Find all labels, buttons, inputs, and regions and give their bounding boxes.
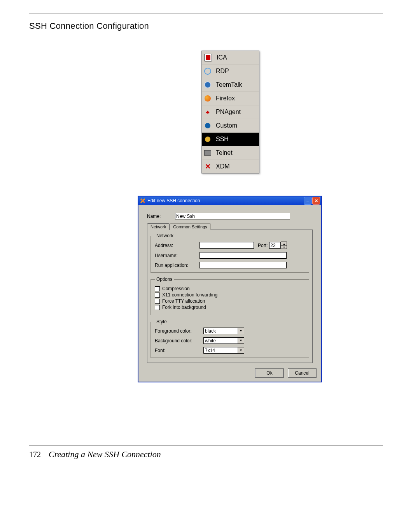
bg-color-select[interactable]: white▼ [203,337,244,344]
section-title: SSH Connection Configuration [29,21,383,31]
font-label: Font: [155,348,203,353]
name-input[interactable] [175,213,290,219]
firefox-icon [204,95,211,102]
username-input[interactable] [200,252,287,259]
titlebar[interactable]: Edit new SSH connection – ✕ [138,196,321,205]
address-input[interactable] [200,242,254,249]
network-group: Network Address: Port: ▲▼ Username: Run … [150,233,309,273]
teemtalk-icon [204,81,211,88]
runapp-input[interactable] [200,262,287,268]
telnet-icon [204,149,211,156]
font-select[interactable]: 7x14▼ [203,347,244,354]
custom-icon [204,122,211,129]
force-tty-checkbox[interactable] [155,299,160,304]
ok-button[interactable]: Ok [255,368,284,378]
port-spinner[interactable]: ▲▼ [281,242,287,249]
fork-bg-checkbox[interactable] [155,305,160,310]
menu-item-label: Custom [216,122,237,129]
xdm-icon: ✕ [204,163,211,170]
compression-checkbox[interactable] [155,286,160,291]
username-label: Username: [155,253,200,258]
minimize-button[interactable]: – [304,197,312,205]
chevron-down-icon: ▼ [238,347,244,353]
menu-item-custom[interactable]: Custom [202,119,259,133]
dialog-title: Edit new SSH connection [147,198,200,203]
style-legend: Style [155,319,168,324]
network-legend: Network [155,233,175,238]
menu-item-label: XDM [216,163,230,170]
font-value: 7x14 [205,348,215,353]
runapp-label: Run application: [155,263,200,268]
menu-item-rdp[interactable]: RDP [202,65,259,78]
chevron-down-icon: ▼ [238,328,244,334]
options-group: Options Compression X11 connection forwa… [150,277,309,315]
menu-item-label: SSH [216,136,229,143]
menu-item-xdm[interactable]: ✕ XDM [202,160,259,173]
fg-color-label: Foreground color: [155,328,203,334]
menu-item-label: RDP [216,68,229,75]
chevron-down-icon: ▼ [238,338,244,344]
port-label: Port: [258,243,268,248]
footer-caption: Creating a New SSH Connection [49,449,161,459]
compression-label: Compression [162,286,190,291]
fg-color-select[interactable]: black▼ [203,328,244,334]
menu-item-telnet[interactable]: Telnet [202,146,259,160]
menu-item-label: TeemTalk [216,81,242,88]
options-legend: Options [155,277,174,282]
page-number: 172 [29,450,41,459]
menu-item-label: PNAgent [216,109,241,116]
fg-color-value: black [205,328,216,334]
name-label: Name: [147,214,175,219]
bg-color-value: white [205,338,216,344]
menu-item-label: ICA [217,54,227,61]
spinner-up-icon[interactable]: ▲ [281,242,287,245]
tab-pane-network: Network Address: Port: ▲▼ Username: Run … [147,230,313,363]
bottom-divider [29,445,383,445]
menu-item-firefox[interactable]: Firefox [202,92,259,105]
menu-item-ica[interactable]: ICA [202,51,259,65]
style-group: Style Foreground color: black▼ Backgroun… [150,319,309,358]
bg-color-label: Background color: [155,338,203,344]
x11-label: X11 connection forwarding [162,292,217,298]
rdp-icon [204,68,211,75]
app-x-icon [140,198,145,203]
spinner-down-icon[interactable]: ▼ [281,245,287,249]
menu-item-label: Firefox [216,95,235,102]
cancel-button[interactable]: Cancel [288,368,317,378]
menu-item-pnagent[interactable]: ♣ PNAgent [202,105,259,119]
connection-type-menu: ICA RDP TeemTalk Firefox ♣ PNAgent Custo… [201,51,259,174]
tab-common-settings[interactable]: Common Settings [170,223,210,230]
tab-network[interactable]: Network [147,223,170,230]
top-divider [29,14,383,14]
tab-bar: Network Common Settings [147,223,313,230]
menu-item-teemtalk[interactable]: TeemTalk [202,78,259,92]
force-tty-label: Force TTY allocation [162,298,205,304]
ica-icon [204,54,212,61]
fork-bg-label: Fork into background [162,305,206,310]
close-button[interactable]: ✕ [312,197,320,205]
menu-item-label: Telnet [216,149,233,156]
menu-item-ssh[interactable]: SSH [202,133,259,146]
pnagent-icon: ♣ [204,109,211,116]
address-label: Address: [155,243,200,248]
x11-checkbox[interactable] [155,293,160,298]
port-input[interactable] [269,242,281,249]
ssh-edit-dialog: Edit new SSH connection – ✕ Name: Networ… [138,196,322,382]
ssh-icon [204,136,211,143]
